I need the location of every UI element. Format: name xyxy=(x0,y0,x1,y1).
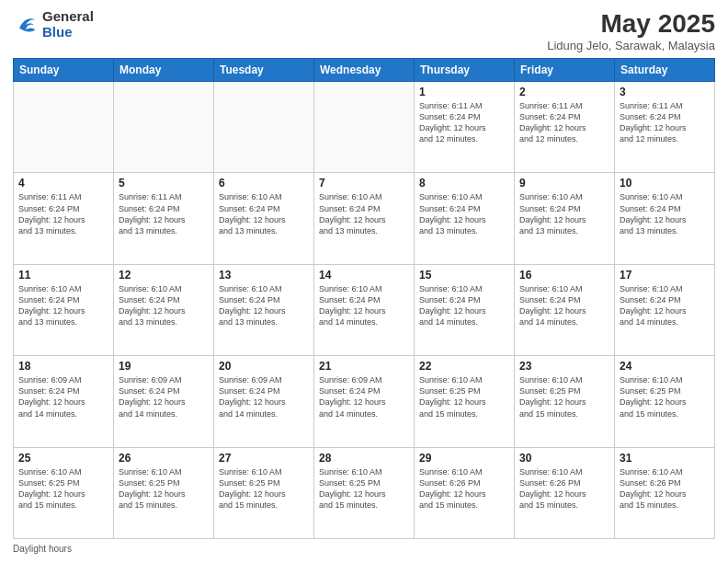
day-number: 8 xyxy=(419,177,509,190)
day-info: Sunrise: 6:09 AM Sunset: 6:24 PM Dayligh… xyxy=(119,374,209,419)
day-info: Sunrise: 6:10 AM Sunset: 6:24 PM Dayligh… xyxy=(219,191,309,236)
calendar-cell: 2Sunrise: 6:11 AM Sunset: 6:24 PM Daylig… xyxy=(515,82,615,173)
day-number: 3 xyxy=(620,86,710,98)
day-info: Sunrise: 6:10 AM Sunset: 6:24 PM Dayligh… xyxy=(519,283,609,328)
day-number: 22 xyxy=(419,360,509,373)
calendar-week-2: 11Sunrise: 6:10 AM Sunset: 6:24 PM Dayli… xyxy=(14,264,715,355)
day-number: 6 xyxy=(219,177,309,190)
calendar-cell: 16Sunrise: 6:10 AM Sunset: 6:24 PM Dayli… xyxy=(515,264,615,355)
day-number: 27 xyxy=(219,452,309,465)
title-section: May 2025 Lidung Jelo, Sarawak, Malaysia xyxy=(547,9,715,52)
calendar-cell: 11Sunrise: 6:10 AM Sunset: 6:24 PM Dayli… xyxy=(14,264,114,355)
col-tuesday: Tuesday xyxy=(214,59,314,82)
calendar-cell: 14Sunrise: 6:10 AM Sunset: 6:24 PM Dayli… xyxy=(314,264,415,355)
day-number: 18 xyxy=(18,360,108,373)
day-number: 14 xyxy=(319,269,409,282)
main-title: May 2025 xyxy=(547,9,715,39)
day-info: Sunrise: 6:10 AM Sunset: 6:25 PM Dayligh… xyxy=(319,466,409,511)
col-thursday: Thursday xyxy=(415,59,515,82)
calendar-cell: 5Sunrise: 6:11 AM Sunset: 6:24 PM Daylig… xyxy=(114,173,214,264)
calendar-cell: 25Sunrise: 6:10 AM Sunset: 6:25 PM Dayli… xyxy=(14,447,114,538)
day-number: 17 xyxy=(620,269,710,282)
day-number: 4 xyxy=(18,177,108,190)
day-number: 16 xyxy=(519,269,609,282)
day-info: Sunrise: 6:09 AM Sunset: 6:24 PM Dayligh… xyxy=(219,374,309,419)
col-sunday: Sunday xyxy=(14,59,114,82)
day-number: 7 xyxy=(319,177,409,190)
calendar-cell: 23Sunrise: 6:10 AM Sunset: 6:25 PM Dayli… xyxy=(515,356,615,447)
calendar-cell: 10Sunrise: 6:10 AM Sunset: 6:24 PM Dayli… xyxy=(615,173,715,264)
day-info: Sunrise: 6:10 AM Sunset: 6:25 PM Dayligh… xyxy=(419,374,509,419)
day-number: 9 xyxy=(519,177,609,190)
logo-icon xyxy=(13,12,39,38)
day-info: Sunrise: 6:11 AM Sunset: 6:24 PM Dayligh… xyxy=(519,100,609,145)
calendar-cell: 15Sunrise: 6:10 AM Sunset: 6:24 PM Dayli… xyxy=(415,264,515,355)
logo-general-text: General xyxy=(42,9,94,25)
col-friday: Friday xyxy=(515,59,615,82)
day-info: Sunrise: 6:11 AM Sunset: 6:24 PM Dayligh… xyxy=(620,100,710,145)
calendar-cell xyxy=(214,82,314,173)
day-number: 5 xyxy=(119,177,209,190)
logo: General Blue xyxy=(13,9,94,40)
day-number: 15 xyxy=(419,269,509,282)
calendar-cell: 30Sunrise: 6:10 AM Sunset: 6:26 PM Dayli… xyxy=(515,447,615,538)
day-info: Sunrise: 6:11 AM Sunset: 6:24 PM Dayligh… xyxy=(119,191,209,236)
logo-blue-text: Blue xyxy=(42,25,94,40)
day-info: Sunrise: 6:10 AM Sunset: 6:24 PM Dayligh… xyxy=(319,283,409,328)
calendar-cell: 17Sunrise: 6:10 AM Sunset: 6:24 PM Dayli… xyxy=(615,264,715,355)
footer-label: Daylight hours xyxy=(13,544,72,554)
day-info: Sunrise: 6:10 AM Sunset: 6:24 PM Dayligh… xyxy=(419,191,509,236)
logo-text: General Blue xyxy=(42,9,94,40)
calendar-cell xyxy=(114,82,214,173)
calendar-cell xyxy=(14,82,114,173)
day-number: 19 xyxy=(119,360,209,373)
calendar-cell: 26Sunrise: 6:10 AM Sunset: 6:25 PM Dayli… xyxy=(114,447,214,538)
calendar-cell: 3Sunrise: 6:11 AM Sunset: 6:24 PM Daylig… xyxy=(615,82,715,173)
day-info: Sunrise: 6:10 AM Sunset: 6:25 PM Dayligh… xyxy=(519,374,609,419)
header: General Blue May 2025 Lidung Jelo, Saraw… xyxy=(13,9,715,52)
calendar-cell: 19Sunrise: 6:09 AM Sunset: 6:24 PM Dayli… xyxy=(114,356,214,447)
day-info: Sunrise: 6:10 AM Sunset: 6:25 PM Dayligh… xyxy=(219,466,309,511)
calendar-cell xyxy=(314,82,415,173)
day-number: 26 xyxy=(119,452,209,465)
day-number: 10 xyxy=(620,177,710,190)
day-number: 23 xyxy=(519,360,609,373)
day-number: 30 xyxy=(519,452,609,465)
day-number: 31 xyxy=(620,452,710,465)
calendar-cell: 29Sunrise: 6:10 AM Sunset: 6:26 PM Dayli… xyxy=(415,447,515,538)
day-info: Sunrise: 6:10 AM Sunset: 6:24 PM Dayligh… xyxy=(319,191,409,236)
day-number: 13 xyxy=(219,269,309,282)
calendar-cell: 22Sunrise: 6:10 AM Sunset: 6:25 PM Dayli… xyxy=(415,356,515,447)
subtitle: Lidung Jelo, Sarawak, Malaysia xyxy=(547,39,715,52)
day-info: Sunrise: 6:10 AM Sunset: 6:24 PM Dayligh… xyxy=(620,283,710,328)
day-number: 21 xyxy=(319,360,409,373)
col-monday: Monday xyxy=(114,59,214,82)
day-info: Sunrise: 6:10 AM Sunset: 6:25 PM Dayligh… xyxy=(119,466,209,511)
day-info: Sunrise: 6:10 AM Sunset: 6:24 PM Dayligh… xyxy=(519,191,609,236)
calendar-cell: 13Sunrise: 6:10 AM Sunset: 6:24 PM Dayli… xyxy=(214,264,314,355)
day-info: Sunrise: 6:10 AM Sunset: 6:26 PM Dayligh… xyxy=(620,466,710,511)
calendar-header-row: Sunday Monday Tuesday Wednesday Thursday… xyxy=(14,59,715,82)
day-info: Sunrise: 6:10 AM Sunset: 6:24 PM Dayligh… xyxy=(219,283,309,328)
day-info: Sunrise: 6:10 AM Sunset: 6:26 PM Dayligh… xyxy=(519,466,609,511)
calendar-week-1: 4Sunrise: 6:11 AM Sunset: 6:24 PM Daylig… xyxy=(14,173,715,264)
day-info: Sunrise: 6:10 AM Sunset: 6:25 PM Dayligh… xyxy=(18,466,108,511)
day-info: Sunrise: 6:09 AM Sunset: 6:24 PM Dayligh… xyxy=(18,374,108,419)
calendar-table: Sunday Monday Tuesday Wednesday Thursday… xyxy=(13,58,715,539)
calendar-cell: 18Sunrise: 6:09 AM Sunset: 6:24 PM Dayli… xyxy=(14,356,114,447)
day-info: Sunrise: 6:10 AM Sunset: 6:25 PM Dayligh… xyxy=(620,374,710,419)
calendar-cell: 31Sunrise: 6:10 AM Sunset: 6:26 PM Dayli… xyxy=(615,447,715,538)
calendar-week-3: 18Sunrise: 6:09 AM Sunset: 6:24 PM Dayli… xyxy=(14,356,715,447)
calendar-cell: 4Sunrise: 6:11 AM Sunset: 6:24 PM Daylig… xyxy=(14,173,114,264)
day-number: 11 xyxy=(18,269,108,282)
day-info: Sunrise: 6:11 AM Sunset: 6:24 PM Dayligh… xyxy=(419,100,509,145)
day-info: Sunrise: 6:10 AM Sunset: 6:24 PM Dayligh… xyxy=(620,191,710,236)
day-number: 12 xyxy=(119,269,209,282)
day-number: 20 xyxy=(219,360,309,373)
calendar-week-4: 25Sunrise: 6:10 AM Sunset: 6:25 PM Dayli… xyxy=(14,447,715,538)
col-wednesday: Wednesday xyxy=(314,59,415,82)
day-number: 24 xyxy=(620,360,710,373)
col-saturday: Saturday xyxy=(615,59,715,82)
calendar-cell: 27Sunrise: 6:10 AM Sunset: 6:25 PM Dayli… xyxy=(214,447,314,538)
day-number: 1 xyxy=(419,86,509,98)
